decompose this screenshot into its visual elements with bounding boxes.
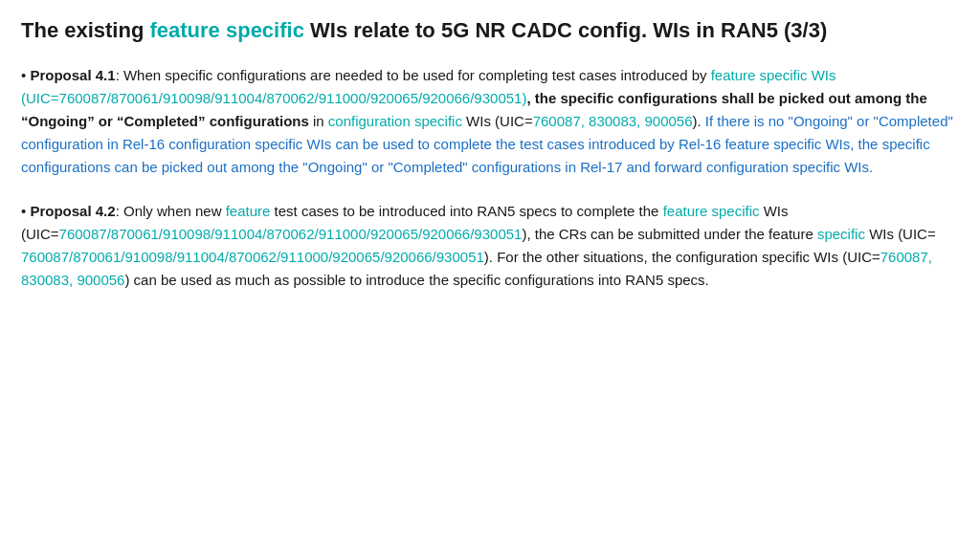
proposal-1-cs-mid: WIs (UIC= xyxy=(462,113,533,129)
proposal-1-intro: : When specific configurations are neede… xyxy=(116,67,711,83)
proposal-1-in: in xyxy=(309,113,328,129)
proposal-2-block: • Proposal 4.2: Only when new feature te… xyxy=(21,200,959,292)
specific-label-2: specific xyxy=(817,226,865,242)
page-title: The existing feature specific WIs relate… xyxy=(21,17,959,45)
proposal-2-close2: ). For the other situations, the configu… xyxy=(484,249,880,265)
proposal-1-text: • Proposal 4.1: When specific configurat… xyxy=(21,64,959,179)
proposal-1-uic2: 760087, 830083, 900056 xyxy=(533,113,693,129)
proposal-1-fs-suffix: WIs xyxy=(808,67,836,83)
title-highlight: feature specific xyxy=(149,18,303,42)
proposal-2-mid3: WIs (UIC= xyxy=(865,226,936,242)
proposal-2-close1: ), the CRs can be submitted under the fe… xyxy=(522,226,817,242)
bullet-2: • xyxy=(21,203,30,219)
proposal-1-cs-close: ). xyxy=(693,113,705,129)
title-prefix: The existing xyxy=(21,18,149,42)
proposal-2-intro: : Only when new xyxy=(116,203,226,219)
feature-label-2: feature xyxy=(226,203,271,219)
bullet-1: • xyxy=(21,67,30,83)
config-specific-label: configuration specific xyxy=(328,113,462,129)
proposal-1-uic1: (UIC=760087/870061/910098/911004/870062/… xyxy=(21,90,526,106)
feature-specific-label-2: feature specific xyxy=(663,203,760,219)
proposal-2-mid1: test cases to be introduced into RAN5 sp… xyxy=(270,203,662,219)
proposal-1-label: Proposal 4.1 xyxy=(30,67,115,83)
proposal-2-text: • Proposal 4.2: Only when new feature te… xyxy=(21,200,959,292)
proposal-2-label: Proposal 4.2 xyxy=(30,203,115,219)
proposal-2-close3: ) can be used as much as possible to int… xyxy=(124,272,708,288)
feature-specific-label-1: feature specific xyxy=(711,67,808,83)
title-suffix: WIs relate to 5G NR CADC config. WIs in … xyxy=(304,18,827,42)
proposal-2-uic1: 760087/870061/910098/911004/870062/91100… xyxy=(59,226,523,242)
proposal-2-uic2: 760087/870061/910098/911004/870062/91100… xyxy=(21,249,484,265)
proposal-1-block: • Proposal 4.1: When specific configurat… xyxy=(21,64,959,179)
